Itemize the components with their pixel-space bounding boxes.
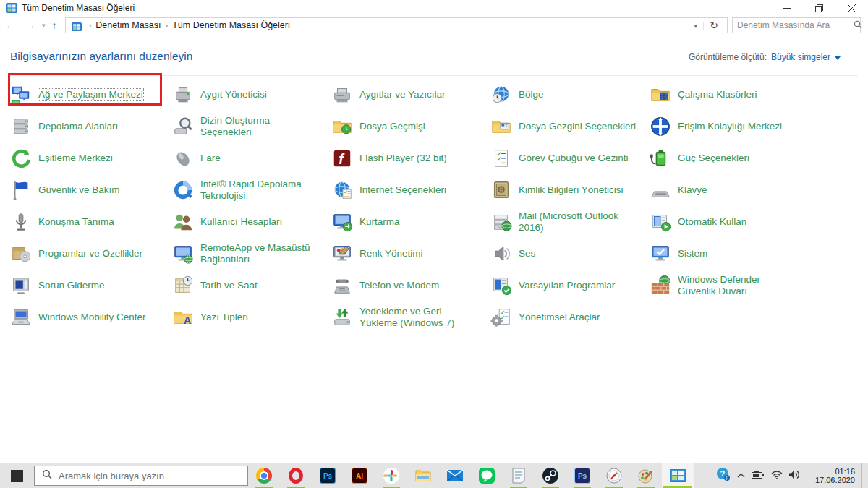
breadcrumb-separator: › xyxy=(85,21,96,30)
taskbar-app-chrome[interactable] xyxy=(248,463,280,488)
control-panel-item[interactable]: Güvenlik ve Bakım xyxy=(10,174,172,206)
control-panel-item[interactable]: Sorun Giderme xyxy=(10,270,172,301)
control-panel-item[interactable]: Tarih ve Saat xyxy=(172,270,331,301)
control-panel-item[interactable]: ✓✓Yönetimsel Araçlar xyxy=(490,301,650,333)
control-panel-item[interactable]: Windows Mobility Center xyxy=(10,301,172,333)
search-icon xyxy=(42,469,52,482)
wifi-icon[interactable] xyxy=(771,469,783,482)
default-programs-icon xyxy=(490,275,512,296)
taskbar-app-media-player[interactable] xyxy=(598,463,630,488)
troubleshooting-icon xyxy=(10,275,32,296)
taskbar-app-file-explorer[interactable] xyxy=(407,463,439,488)
forward-icon[interactable]: → xyxy=(20,20,41,31)
date-time-icon xyxy=(172,275,194,296)
taskbar-search-input[interactable] xyxy=(59,471,240,481)
control-panel-item[interactable]: Bölge xyxy=(490,79,650,111)
back-icon[interactable]: ← xyxy=(0,20,20,31)
line-icon xyxy=(479,468,495,484)
control-panel-item[interactable]: ✓✓Görev Çubuğu ve Gezinti xyxy=(490,142,650,174)
taskbar-app-photoshop[interactable]: Ps xyxy=(312,463,344,488)
user-accounts-icon xyxy=(172,211,194,233)
taskbar-search[interactable] xyxy=(34,466,248,486)
control-panel-search[interactable] xyxy=(732,17,861,33)
minimize-button[interactable] xyxy=(770,0,803,16)
search-input[interactable] xyxy=(733,20,854,30)
control-panel-item[interactable]: ✓Internet Seçenekleri xyxy=(331,174,490,206)
taskbar-app-slack[interactable] xyxy=(375,463,407,488)
control-panel-item[interactable]: Aygıt Yöneticisi xyxy=(172,79,331,111)
control-panel-item[interactable]: RemoteApp ve Masaüstü Bağlantıları xyxy=(172,238,331,270)
taskbar-app-photoshop-2[interactable]: Ps xyxy=(566,463,598,488)
control-panel-item[interactable]: AYazı Tipleri xyxy=(172,301,331,333)
taskbar-app-paint[interactable] xyxy=(630,463,662,488)
control-panel-item[interactable]: Renk Yönetimi xyxy=(331,238,490,270)
control-panel-item[interactable]: Güç Seçenekleri xyxy=(650,142,858,174)
mouse-icon xyxy=(172,147,194,169)
control-panel-item-label: Flash Player (32 bit) xyxy=(359,153,447,164)
control-panel-item[interactable]: Ağ ve Paylaşım Merkezi xyxy=(10,79,172,111)
control-panel-item[interactable]: Dosya Geçmişi xyxy=(331,111,490,142)
control-panel-item[interactable]: Kimlik Bilgileri Yöneticisi xyxy=(490,174,650,206)
control-panel-item-label: Tarih ve Saat xyxy=(200,280,258,291)
address-bar[interactable]: › Denetim Masası › Tüm Denetim Masası Öğ… xyxy=(65,17,728,33)
control-panel-item[interactable]: Klavye xyxy=(650,174,858,206)
control-panel-item[interactable]: Depolama Alanları xyxy=(10,111,172,142)
control-panel-item[interactable]: Erişim Kolaylığı Merkezi xyxy=(650,111,858,142)
show-desktop-button[interactable] xyxy=(861,463,865,488)
taskbar-app-illustrator[interactable]: Ai xyxy=(344,463,375,488)
control-panel-item[interactable]: fFlash Player (32 bit) xyxy=(331,142,490,174)
control-panel-item[interactable]: Eşitleme Merkezi xyxy=(10,142,172,174)
control-panel-item[interactable]: Otomatik Kullan xyxy=(650,206,858,238)
control-panel-item[interactable]: Aygıtlar ve Yazıcılar xyxy=(331,79,490,111)
start-button[interactable] xyxy=(0,463,34,488)
taskbar-app-mail[interactable] xyxy=(439,463,471,488)
view-by-dropdown-icon[interactable] xyxy=(835,56,841,60)
control-panel-item[interactable]: Mail (Microsoft Outlook 2016) xyxy=(490,206,650,238)
fonts-icon: A xyxy=(172,307,194,328)
taskbar-app-steam[interactable] xyxy=(535,463,566,488)
taskbar-app-line[interactable] xyxy=(471,463,503,488)
volume-icon[interactable] xyxy=(789,469,801,482)
breadcrumb-all-items[interactable]: Tüm Denetim Masası Öğeleri xyxy=(172,20,290,30)
control-panel-item[interactable]: Telefon ve Modem xyxy=(331,270,490,301)
steam-icon xyxy=(542,468,558,484)
help-notification-icon[interactable]: ?! xyxy=(716,467,731,484)
breadcrumb-control-panel[interactable]: Denetim Masası xyxy=(95,20,161,30)
close-button[interactable] xyxy=(835,0,868,16)
control-panel-item[interactable]: Ses xyxy=(490,238,650,270)
control-panel-item[interactable]: Sistem xyxy=(650,238,858,270)
control-panel-item[interactable]: Dosya Gezgini Seçenekleri xyxy=(490,111,650,142)
taskbar-app-opera[interactable] xyxy=(280,463,312,488)
control-panel-item[interactable]: Varsayılan Programlar xyxy=(490,270,650,301)
view-by-value[interactable]: Büyük simgeler xyxy=(771,52,830,62)
control-panel-icon xyxy=(72,21,82,30)
up-icon[interactable]: ↑ xyxy=(47,20,62,31)
control-panel-item[interactable]: Konuşma Tanıma xyxy=(10,206,172,238)
control-panel-item[interactable]: Çalışma Klasörleri xyxy=(650,79,858,111)
taskbar-app-notepad[interactable] xyxy=(503,463,535,488)
svg-text:!: ! xyxy=(726,476,727,481)
refresh-icon[interactable]: ↻ xyxy=(704,20,724,31)
taskbar-app-control-panel[interactable] xyxy=(662,463,694,488)
control-panel-item[interactable]: Kullanıcı Hesapları xyxy=(172,206,331,238)
backup-restore-icon xyxy=(331,307,353,328)
control-panel-item-label: Renk Yönetimi xyxy=(359,248,423,260)
control-panel-item-label: Klavye xyxy=(678,184,707,196)
control-panel-item[interactable]: Windows Defender Güvenlik Duvarı xyxy=(650,270,858,301)
control-panel-item[interactable]: Programlar ve Özellikler xyxy=(10,238,172,270)
restore-button[interactable] xyxy=(803,0,835,16)
recent-locations-chevron-icon[interactable]: ▾ xyxy=(41,22,47,29)
search-icon[interactable] xyxy=(854,19,862,32)
control-panel-item[interactable]: Fare xyxy=(172,142,331,174)
control-panel-item[interactable]: Dizin Oluşturma Seçenekleri xyxy=(172,111,331,142)
battery-icon[interactable] xyxy=(752,469,765,482)
control-panel-item[interactable]: Kurtarma xyxy=(331,206,490,238)
control-panel-item-label: Dosya Geçmişi xyxy=(359,121,425,132)
control-panel-item[interactable]: Yedekleme ve Geri Yükleme (Windows 7) xyxy=(331,301,490,333)
control-panel-item[interactable]: Intel® Rapid Depolama Teknolojisi xyxy=(172,174,331,206)
tray-expand-chevron-icon[interactable] xyxy=(737,471,745,480)
indexing-options-icon xyxy=(172,116,194,137)
security-maintenance-icon xyxy=(10,179,32,201)
clock[interactable]: 01:16 17.06.2020 xyxy=(807,467,855,485)
address-dropdown-chevron-icon[interactable]: ▾ xyxy=(688,22,704,30)
